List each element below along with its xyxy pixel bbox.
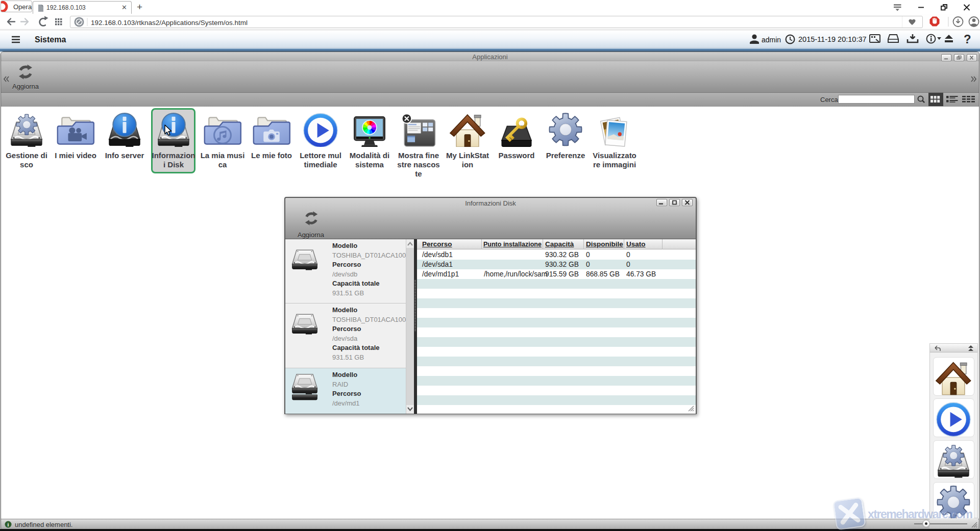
svg-text:?: ? [964, 32, 971, 46]
svg-text:i: i [8, 522, 9, 527]
